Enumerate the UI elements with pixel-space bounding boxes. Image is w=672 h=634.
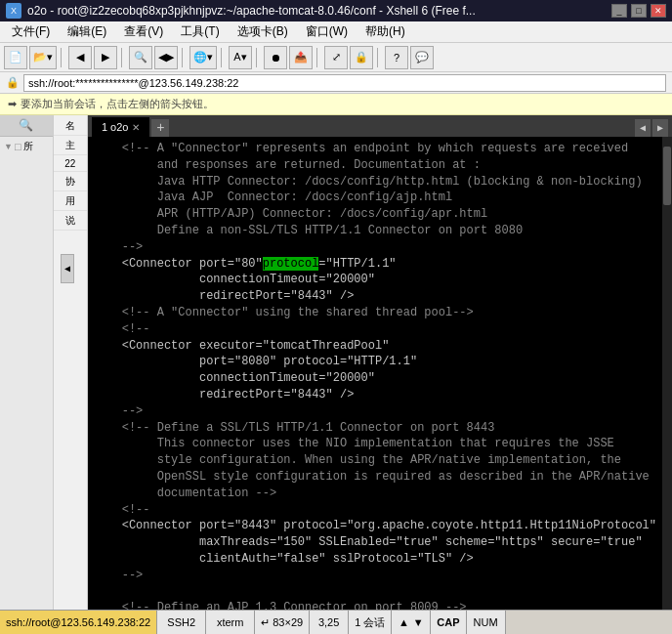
term-line-14: port="8080" protocol="HTTP/1.1" bbox=[94, 354, 656, 370]
toolbar-help[interactable]: ? bbox=[385, 46, 408, 69]
tree-area: ▼ □ 所 bbox=[0, 137, 53, 610]
term-line-17: --> bbox=[94, 403, 656, 420]
term-line-18: <!-- Define a SSL/TLS HTTP/1.1 Connector… bbox=[94, 420, 656, 437]
term-line-4: Java AJP Connector: /docs/config/ajp.htm… bbox=[94, 190, 656, 206]
status-sessions: 1 会话 bbox=[349, 611, 392, 634]
status-ssh-text: ssh://root@123.56.149.238:22 bbox=[6, 616, 150, 628]
toolbar-sep3 bbox=[182, 48, 186, 67]
menu-bar: 文件(F) 编辑(E) 查看(V) 工具(T) 选项卡(B) 窗口(W) 帮助(… bbox=[0, 21, 672, 43]
tab-add-button[interactable]: + bbox=[151, 119, 169, 137]
toolbar-sep6 bbox=[316, 48, 320, 67]
status-num: NUM bbox=[467, 611, 506, 634]
toolbar-btn5[interactable]: 📤 bbox=[289, 46, 313, 69]
toolbar-sep7 bbox=[377, 48, 381, 67]
menu-tools[interactable]: 工具(T) bbox=[173, 21, 227, 42]
sq-item-5[interactable]: 说 bbox=[54, 212, 87, 231]
window-title: o2o - root@iz2zecobq68xp3pjkhnjpvz:~/apa… bbox=[27, 4, 476, 18]
terminal-scrollbar[interactable] bbox=[662, 137, 672, 610]
sq-item-0[interactable]: 名 bbox=[54, 117, 87, 136]
term-line-2: and responses are returned. Documentatio… bbox=[94, 157, 656, 174]
toolbar-globe[interactable]: 🌐▾ bbox=[189, 46, 217, 69]
maximize-button[interactable]: □ bbox=[631, 4, 647, 18]
main-content: 🔍 ▼ □ 所 ◀ 名 主 22 协 用 说 1 o2o ✕ + bbox=[0, 115, 672, 610]
menu-edit[interactable]: 编辑(E) bbox=[60, 21, 114, 42]
term-line-3: Java HTTP Connector: /docs/config/http.h… bbox=[94, 174, 656, 190]
toolbar-record[interactable]: ⏺ bbox=[264, 46, 287, 69]
panel-collapse-button[interactable]: ◀ bbox=[61, 254, 74, 283]
toolbar-find[interactable]: 🔍 bbox=[129, 46, 152, 69]
status-protocol-text: SSH2 bbox=[167, 616, 195, 628]
sq-item-4[interactable]: 用 bbox=[54, 192, 87, 211]
term-line-13: <Connector executor="tomcatThreadPool" bbox=[94, 338, 656, 355]
status-bar: ssh://root@123.56.149.238:22 SSH2 xterm … bbox=[0, 610, 672, 634]
ssl-lock-icon: 🔒 bbox=[6, 76, 20, 89]
address-bar: 🔒 bbox=[0, 72, 672, 94]
search-icon[interactable]: 🔍 bbox=[19, 118, 33, 133]
menu-help[interactable]: 帮助(H) bbox=[357, 21, 413, 42]
term-line-25: maxThreads="150" SSLEnabled="true" schem… bbox=[94, 534, 656, 551]
toolbar-btn2[interactable]: ▶ bbox=[94, 46, 117, 69]
arrow-up-icon[interactable]: ▲ bbox=[399, 616, 409, 628]
side-quick-panel: 名 主 22 协 用 说 bbox=[54, 115, 88, 610]
terminal[interactable]: <!-- A "Connector" represents an endpoin… bbox=[88, 137, 662, 610]
term-line-16: redirectPort="8443" /> bbox=[94, 387, 656, 403]
toolbar-expand[interactable]: ⤢ bbox=[324, 46, 348, 69]
tree-item-root[interactable]: ▼ □ 所 bbox=[2, 139, 51, 154]
sq-item-2[interactable]: 22 bbox=[54, 156, 87, 172]
tab-nav-left[interactable]: ◀ bbox=[635, 119, 651, 137]
status-pos-text: 3,25 bbox=[318, 616, 339, 628]
toolbar-btn3[interactable]: ◀▶ bbox=[154, 46, 178, 69]
term-line-9: connectionTimeout="20000" bbox=[94, 272, 656, 288]
term-line-11: <!-- A "Connector" using the shared thre… bbox=[94, 305, 656, 321]
toolbar-btn6[interactable]: 💬 bbox=[410, 46, 434, 69]
tree-folder-icon: □ bbox=[15, 141, 21, 152]
toolbar-lock[interactable]: 🔒 bbox=[350, 46, 373, 69]
status-cap: CAP bbox=[431, 611, 466, 634]
status-termtype: xterm bbox=[206, 611, 255, 634]
close-button[interactable]: ✕ bbox=[651, 4, 666, 18]
sq-item-1[interactable]: 主 bbox=[54, 137, 87, 155]
sq-item-3[interactable]: 协 bbox=[54, 173, 87, 191]
session-bar: 🔍 bbox=[0, 115, 53, 137]
title-bar: X o2o - root@iz2zecobq68xp3pjkhnjpvz:~/a… bbox=[0, 0, 672, 21]
term-line-26: clientAuth="false" sslProtocol="TLS" /> bbox=[94, 551, 656, 568]
arrow-down-icon[interactable]: ▼ bbox=[413, 616, 424, 628]
term-line-15: connectionTimeout="20000" bbox=[94, 370, 656, 387]
term-line-24: <Connector port="8443" protocol="org.apa… bbox=[94, 518, 656, 534]
term-line-21: OpenSSL style configuration is required … bbox=[94, 469, 656, 486]
menu-window[interactable]: 窗口(W) bbox=[298, 21, 356, 42]
toolbar-sep4 bbox=[221, 48, 225, 67]
toolbar-sep5 bbox=[256, 48, 260, 67]
tab-o2o[interactable]: 1 o2o ✕ bbox=[92, 117, 150, 137]
status-arrows: ▲ ▼ bbox=[392, 611, 431, 634]
toolbar-new[interactable]: 📄 bbox=[4, 46, 27, 69]
term-line-5: APR (HTTP/AJP) Connector: /docs/config/a… bbox=[94, 206, 656, 223]
term-line-22: documentation --> bbox=[94, 486, 656, 502]
tab-close-icon[interactable]: ✕ bbox=[132, 122, 140, 133]
window-controls: _ □ ✕ bbox=[611, 4, 666, 18]
menu-tabs[interactable]: 选项卡(B) bbox=[230, 21, 296, 42]
tree-item-label: 所 bbox=[23, 140, 33, 153]
tree-expand-icon: ▼ bbox=[4, 142, 13, 151]
address-input[interactable] bbox=[23, 74, 666, 92]
tab-nav: ◀ ▶ bbox=[635, 119, 668, 137]
toolbar-btn4[interactable]: A▾ bbox=[229, 46, 252, 69]
status-size: ↵ 83×29 bbox=[255, 611, 310, 634]
toolbar-open[interactable]: 📂▾ bbox=[29, 46, 57, 69]
term-line-28 bbox=[94, 584, 656, 601]
minimize-button[interactable]: _ bbox=[611, 4, 627, 18]
tab-nav-right[interactable]: ▶ bbox=[652, 119, 668, 137]
term-line-27: --> bbox=[94, 568, 656, 584]
left-panel: 🔍 ▼ □ 所 ◀ bbox=[0, 115, 54, 610]
toolbar-sep2 bbox=[121, 48, 125, 67]
tip-bar: ➡ 要添加当前会话，点击左侧的箭头按钮。 bbox=[0, 94, 672, 115]
toolbar-btn1[interactable]: ◀ bbox=[68, 46, 92, 69]
tip-text: 要添加当前会话，点击左侧的箭头按钮。 bbox=[21, 97, 214, 111]
menu-file[interactable]: 文件(F) bbox=[4, 21, 58, 42]
term-line-7: --> bbox=[94, 239, 656, 256]
status-num-text: NUM bbox=[474, 616, 498, 628]
menu-view[interactable]: 查看(V) bbox=[116, 21, 171, 42]
term-line-20: style configuration. When using the APR/… bbox=[94, 452, 656, 469]
term-line-8: <Connector port="80"protocol="HTTP/1.1" bbox=[94, 256, 656, 273]
scroll-thumb[interactable] bbox=[663, 147, 671, 205]
